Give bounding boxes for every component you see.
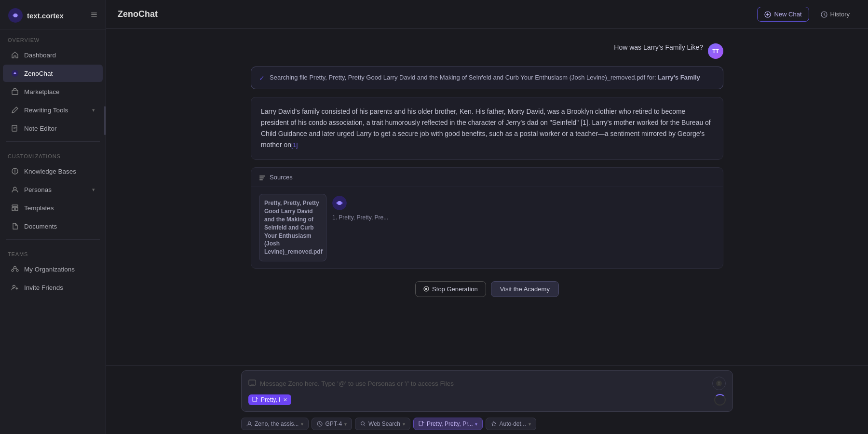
auto-detect-selector[interactable]: Auto-det... ▾ [486,418,536,430]
visit-academy-label: Visit the Academy [500,285,550,293]
sources-body: Pretty, Pretty, Pretty Good Larry David … [251,187,723,268]
svg-rect-19 [259,176,265,176]
model-icon [317,421,323,427]
ai-response: Larry David's family consisted of his pa… [251,97,723,160]
avatar: TT [708,43,723,59]
svg-rect-6 [12,90,18,95]
svg-point-16 [13,285,15,288]
chevron-down-icon: ▾ [301,421,303,427]
file-icon [252,397,258,403]
file-badge: Pretty, I ✕ [248,394,291,405]
sidebar-item-invite-friends[interactable]: Invite Friends [3,279,103,296]
svg-point-9 [14,187,16,190]
sidebar-item-note-editor[interactable]: Note Editor [3,120,103,137]
sidebar-item-zenochat[interactable]: ZenoChat [3,65,103,82]
file-toolbar-icon [419,421,424,427]
send-button[interactable] [712,377,726,390]
attached-file: Pretty, I ✕ [248,394,726,406]
scroll-handle [104,106,106,135]
sidebar-item-my-organizations[interactable]: My Organizations [3,260,103,278]
input-area: Message Zeno here. Type '@' to use Perso… [106,365,868,434]
sidebar-item-personas[interactable]: Personas ▾ [3,181,103,198]
sidebar-item-label: Invite Friends [24,284,63,291]
auto-detect-label: Auto-det... [499,420,526,427]
svg-rect-4 [91,16,97,17]
stop-generation-label: Stop Generation [432,285,478,293]
chat-input-box[interactable]: Message Zeno here. Type '@' to use Perso… [241,370,733,412]
sidebar-item-rewriting-tools[interactable]: Rewriting Tools ▾ [3,101,103,119]
stop-icon [423,286,429,292]
input-placeholder: Message Zeno here. Type '@' to use Perso… [260,380,454,387]
logo-icon [8,8,23,23]
model-label: GPT-4 [325,420,342,427]
sidebar-item-dashboard[interactable]: Dashboard [3,46,103,64]
sidebar-item-documents[interactable]: Documents [3,217,103,235]
loading-spinner [714,394,726,406]
svg-rect-21 [259,179,263,180]
new-chat-label: New Chat [774,11,801,18]
web-search-label: Web Search [368,420,400,427]
svg-rect-28 [253,397,257,402]
search-icon [360,421,366,427]
doc-icon [11,222,19,231]
marketplace-icon [11,87,19,96]
svg-point-29 [248,422,251,424]
check-icon: ✓ [259,74,265,82]
main-content: ZenoChat New Chat History How was Larry'… [106,0,868,434]
citation: [1] [291,142,298,149]
file-close-button[interactable]: ✕ [283,397,287,403]
persona-label: Zeno, the assis... [255,420,298,427]
sidebar-item-label: Marketplace [24,88,60,95]
new-chat-button[interactable]: New Chat [757,7,809,22]
sidebar-item-label: Rewriting Tools [24,107,68,114]
stop-generation-button[interactable]: Stop Generation [415,281,486,297]
sidebar-item-label: Templates [24,204,54,212]
search-highlight: Larry's Family [658,74,700,81]
svg-rect-2 [91,13,97,14]
message-icon [248,380,256,387]
teams-label: Teams [0,244,106,260]
collapse-sidebar-button[interactable] [90,11,98,20]
file-label: Pretty, Pretty, Pr... [427,420,473,427]
sidebar-divider [6,141,100,142]
sidebar-item-templates[interactable]: Templates [3,199,103,217]
chevron-down-icon: ▾ [92,107,95,113]
source-card-title[interactable]: Pretty, Pretty, Pretty Good Larry David … [259,194,326,261]
sidebar-item-label: Documents [24,223,57,230]
chevron-down-icon: ▾ [344,421,347,427]
sidebar-item-knowledge-bases[interactable]: Knowledge Bases [3,163,103,180]
sidebar: text.cortex Overview Dashboard ZenoChat … [0,0,106,434]
svg-rect-12 [15,207,18,211]
sources-icon [259,174,266,181]
sidebar-item-marketplace[interactable]: Marketplace [3,83,103,100]
ai-response-text: Larry David's family consisted of his pa… [261,108,711,149]
input-row: Message Zeno here. Type '@' to use Perso… [248,377,726,390]
web-search-selector[interactable]: Web Search ▾ [355,418,410,430]
file-selector[interactable]: Pretty, Pretty, Pr... ▾ [413,418,483,430]
knowledge-icon [11,167,19,176]
svg-point-23 [338,201,341,205]
chevron-down-icon: ▾ [475,421,477,427]
svg-rect-26 [249,380,256,385]
persona-selector[interactable]: Zeno, the assis... ▾ [241,418,309,430]
invite-icon [11,283,19,292]
svg-rect-32 [419,421,422,426]
toolbar-row: Zeno, the assis... ▾ GPT-4 ▾ Web Search … [241,416,733,430]
auto-detect-icon [491,421,497,427]
source-item-label[interactable]: 1. Pretty, Pretty, Pre... [332,214,388,221]
history-button[interactable]: History [814,7,856,21]
chevron-down-icon: ▾ [529,421,531,427]
model-selector[interactable]: GPT-4 ▾ [312,418,352,430]
sidebar-logo: text.cortex [0,0,106,29]
note-icon [11,124,19,133]
sidebar-item-label: Personas [24,186,52,193]
persona-icon [11,185,19,194]
svg-rect-20 [259,177,264,178]
new-chat-icon [764,11,771,18]
svg-rect-3 [91,14,97,15]
svg-point-14 [12,270,14,271]
visit-academy-button[interactable]: Visit the Academy [491,281,559,297]
sidebar-item-label: ZenoChat [24,70,53,77]
persona-icon [246,421,252,427]
page-title: ZenoChat [118,9,158,19]
